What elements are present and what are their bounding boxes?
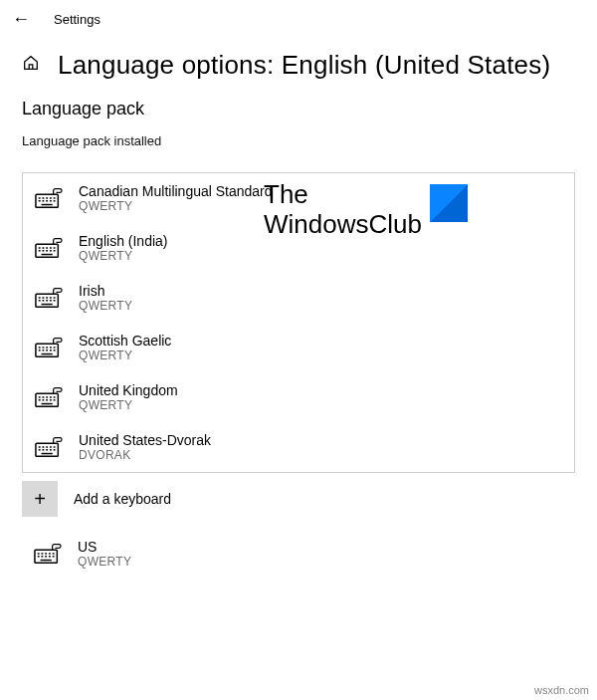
keyboard-layout: QWERTY [79,349,171,362]
keyboard-item[interactable]: United KingdomQWERTY [23,372,574,422]
attribution-text: wsxdn.com [534,684,589,696]
keyboard-icon [35,237,63,259]
keyboard-name: US [78,539,131,555]
keyboard-item-texts: English (India)QWERTY [79,233,168,263]
keyboard-name: United States-Dvorak [79,432,211,448]
keyboard-icon [35,436,63,458]
keyboard-item-texts: Canadian Multilingual StandardQWERTY [79,183,273,213]
keyboard-item[interactable]: Scottish GaelicQWERTY [23,323,574,372]
keyboard-item-texts: United KingdomQWERTY [79,382,178,412]
keyboard-list: Canadian Multilingual StandardQWERTY Eng… [22,172,575,473]
home-icon[interactable] [22,54,40,77]
keyboard-layout: QWERTY [79,249,168,263]
keyboard-layout: DVORAK [79,448,211,462]
keyboard-item[interactable]: United States-DvorakDVORAK [23,422,574,472]
keyboard-item-texts: US QWERTY [78,539,131,569]
page-title: Language options: English (United States… [58,50,550,81]
keyboard-layout: QWERTY [78,555,131,569]
add-keyboard-button[interactable]: + [22,481,58,517]
keyboard-item[interactable]: IrishQWERTY [23,273,574,323]
section-status: Language pack installed [22,133,575,148]
keyboard-name: Canadian Multilingual Standard [79,183,273,199]
keyboard-name: United Kingdom [79,382,178,398]
keyboard-item-texts: IrishQWERTY [79,283,132,313]
add-keyboard-label: Add a keyboard [74,491,171,507]
back-icon[interactable]: ← [12,10,30,28]
keyboard-icon [34,543,62,565]
content-area: The WindowsClub Language pack Language p… [0,89,597,579]
keyboard-item-texts: Scottish GaelicQWERTY [79,333,171,362]
keyboard-icon [35,386,63,408]
keyboard-icon [35,337,63,358]
section-title: Language pack [22,99,575,119]
keyboard-item[interactable]: English (India)QWERTY [23,223,574,273]
keyboard-layout: QWERTY [79,299,132,313]
heading-row: Language options: English (United States… [0,36,597,89]
keyboard-name: Scottish Gaelic [79,333,171,349]
app-title: Settings [54,12,100,27]
keyboard-item-texts: United States-DvorakDVORAK [79,432,211,462]
keyboard-name: Irish [79,283,132,299]
keyboard-item[interactable]: Canadian Multilingual StandardQWERTY [23,173,574,223]
keyboard-layout: QWERTY [79,398,178,412]
keyboard-layout: QWERTY [79,199,273,213]
keyboard-icon [35,187,63,209]
top-bar: ← Settings [0,0,597,36]
add-keyboard-row[interactable]: + Add a keyboard [22,479,575,519]
keyboard-icon [35,287,63,309]
extra-keyboard-item[interactable]: US QWERTY [22,519,575,579]
keyboard-name: English (India) [79,233,168,249]
